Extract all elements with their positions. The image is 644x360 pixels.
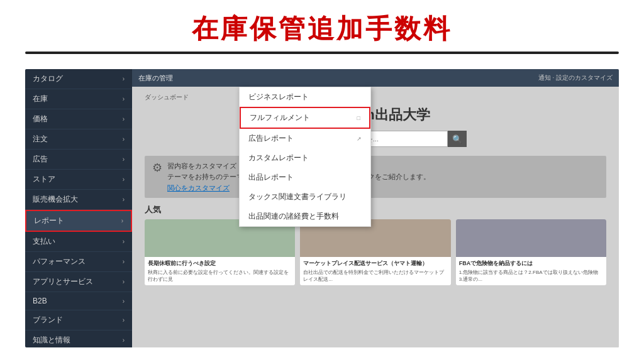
chevron-icon: › (123, 317, 125, 324)
customize-link[interactable]: 関心をカスタマイズ (167, 184, 230, 192)
amazon-content: ダッシュボード Amazon出品大学 🔍 ⚙ 習内容をカスタマイズ テーマをお持… (132, 87, 619, 347)
card-2[interactable]: FBAで危険物を納品するには 1.危険物に該当する商品とは？2.FBAでは取り扱… (456, 219, 606, 285)
chevron-icon: › (123, 176, 125, 183)
sidebar-item-支払い[interactable]: 支払い› (25, 232, 132, 252)
dropdown-item-label-5: タックス関連文書ライブラリ (248, 192, 347, 202)
dropdown-icon-2: ↗ (357, 136, 362, 142)
dropdown-item-label-2: 広告レポート (248, 133, 294, 144)
chevron-icon: › (123, 238, 125, 245)
page-title: 在庫保管追加手数料 (0, 11, 644, 46)
card-desc-1: 自社出品での配送を特別料金でご利用いただけるマーケットプレイス配送... (300, 269, 450, 285)
chevron-icon: › (123, 95, 125, 102)
dropdown-item-5[interactable]: タックス関連文書ライブラリ (240, 187, 370, 207)
sidebar-item-広告[interactable]: 広告› (25, 150, 132, 170)
card-title-1: マーケットプレイス配送サービス（ヤマト運輸） (300, 257, 450, 269)
topbar-right: 通知 · 設定のカスタマイズ (538, 74, 613, 82)
gear-icon: ⚙ (152, 161, 162, 175)
chevron-icon: › (123, 136, 125, 143)
breadcrumb: ダッシュボード (145, 93, 189, 102)
dropdown-item-4[interactable]: 出品レポート (240, 168, 370, 187)
chevron-icon: › (123, 156, 125, 163)
card-desc-0: 秋商に入る前に必要な設定を行ってください。関連する設定を行わずに見 (145, 269, 295, 285)
card-title-0: 長期休暇前に行うべき設定 (145, 257, 295, 269)
card-0[interactable]: 長期休暇前に行うべき設定 秋商に入る前に必要な設定を行ってください。関連する設定… (145, 219, 295, 285)
chevron-icon: › (123, 258, 125, 265)
cards-row: 長期休暇前に行うべき設定 秋商に入る前に必要な設定を行ってください。関連する設定… (145, 219, 606, 285)
customize-section: ⚙ 習内容をカスタマイズ テーマをお持ちのテーマをお聞かせください。おすすめのト… (145, 156, 606, 198)
chevron-icon: › (123, 75, 125, 82)
main-topbar: 在庫の管理 通知 · 設定のカスタマイズ (132, 69, 619, 87)
chevron-icon: › (123, 278, 125, 285)
sidebar-item-B2B[interactable]: B2B› (25, 292, 132, 310)
sidebar-item-レポート[interactable]: レポート› (25, 210, 132, 232)
dropdown-icon-1: □ (357, 115, 360, 121)
popular-label: 人気 (145, 204, 161, 215)
sidebar-item-パフォーマンス[interactable]: パフォーマンス› (25, 252, 132, 272)
chevron-icon: › (123, 298, 125, 305)
sidebar: カタログ›在庫›価格›注文›広告›ストア›販売機会拡大›レポート›支払い›パフォ… (25, 69, 132, 347)
dropdown-item-3[interactable]: カスタムレポート (240, 148, 370, 168)
sidebar-item-カタログ[interactable]: カタログ› (25, 69, 132, 89)
dropdown-item-label-6: 出品関連の諸経費と手数料 (248, 211, 339, 222)
topbar-title: 在庫の管理 (138, 74, 173, 83)
sidebar-item-アプリとサービス[interactable]: アプリとサービス› (25, 272, 132, 292)
dropdown-item-6[interactable]: 出品関連の諸経費と手数料 (240, 207, 370, 226)
sidebar-item-注文[interactable]: 注文› (25, 129, 132, 150)
sidebar-item-知識と情報[interactable]: 知識と情報› (25, 330, 132, 347)
card-desc-2: 1.危険物に該当する商品とは？2.FBAでは取り扱えない危険物 3.通常の... (456, 269, 606, 285)
dropdown-item-label-4: 出品レポート (248, 172, 294, 183)
card-title-2: FBAで危険物を納品するには (456, 257, 606, 269)
sidebar-item-販売機会拡大[interactable]: 販売機会拡大› (25, 190, 132, 210)
dropdown-item-1[interactable]: フルフィルメント□ (240, 107, 370, 129)
dropdown-item-label-1: フルフィルメント (250, 112, 310, 123)
dropdown-item-0[interactable]: ビジネスレポート (240, 87, 370, 107)
sidebar-item-価格[interactable]: 価格› (25, 109, 132, 129)
sidebar-item-ストア[interactable]: ストア› (25, 170, 132, 190)
sidebar-item-ブランド[interactable]: ブランド› (25, 310, 132, 330)
chevron-icon: › (123, 337, 125, 344)
title-underline (25, 52, 619, 54)
dropdown-menu: ビジネスレポートフルフィルメント□広告レポート↗カスタムレポート出品レポートタッ… (239, 87, 371, 227)
main-content: 在庫の管理 通知 · 設定のカスタマイズ ダッシュボード Amazon出品大学 … (132, 69, 619, 347)
dropdown-item-label-0: ビジネスレポート (248, 92, 309, 102)
title-area: 在庫保管追加手数料 (0, 0, 644, 58)
dropdown-item-2[interactable]: 広告レポート↗ (240, 129, 370, 148)
chevron-icon: › (123, 196, 125, 203)
card-1[interactable]: マーケットプレイス配送サービス（ヤマト運輸） 自社出品での配送を特別料金でご利用… (300, 219, 450, 285)
screenshot-area: カタログ›在庫›価格›注文›広告›ストア›販売機会拡大›レポート›支払い›パフォ… (25, 69, 619, 347)
sidebar-item-在庫[interactable]: 在庫› (25, 89, 132, 109)
chevron-icon: › (121, 217, 123, 224)
chevron-icon: › (123, 116, 125, 123)
dropdown-item-label-3: カスタムレポート (248, 153, 309, 163)
search-button[interactable]: 🔍 (448, 131, 467, 147)
card-image-2 (456, 219, 606, 257)
